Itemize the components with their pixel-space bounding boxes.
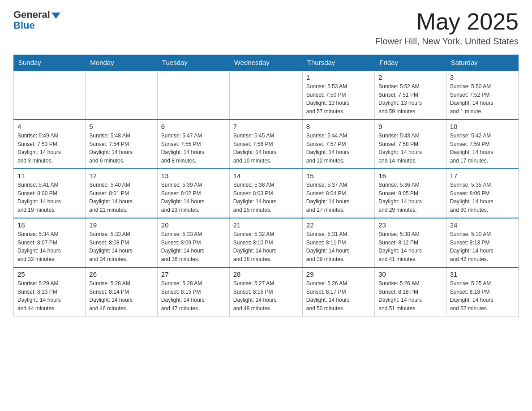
calendar-cell: 29Sunrise: 5:26 AMSunset: 8:17 PMDayligh… [302,267,374,317]
calendar-table: SundayMondayTuesdayWednesdayThursdayFrid… [13,55,519,317]
logo-general-text: General [13,9,50,21]
calendar-cell: 22Sunrise: 5:31 AMSunset: 8:11 PMDayligh… [302,218,374,267]
day-info: Sunrise: 5:47 AMSunset: 7:55 PMDaylight:… [161,132,226,165]
day-number: 12 [89,172,154,180]
calendar-header-tuesday: Tuesday [157,55,229,71]
day-info: Sunrise: 5:50 AMSunset: 7:52 PMDaylight:… [450,82,515,116]
day-info: Sunrise: 5:40 AMSunset: 8:01 PMDaylight:… [89,181,154,214]
calendar-cell: 31Sunrise: 5:25 AMSunset: 8:18 PMDayligh… [446,267,518,317]
calendar-cell: 12Sunrise: 5:40 AMSunset: 8:01 PMDayligh… [86,169,158,218]
day-info: Sunrise: 5:27 AMSunset: 8:16 PMDaylight:… [233,279,299,313]
calendar-cell: 7Sunrise: 5:45 AMSunset: 7:56 PMDaylight… [229,120,302,169]
calendar-cell: 27Sunrise: 5:28 AMSunset: 8:15 PMDayligh… [157,267,229,317]
day-number: 15 [306,172,371,180]
week-row-3: 11Sunrise: 5:41 AMSunset: 8:00 PMDayligh… [14,169,519,218]
month-title: May 2025 [375,9,519,34]
day-number: 23 [378,221,442,229]
day-number: 7 [233,123,299,130]
day-info: Sunrise: 5:41 AMSunset: 8:00 PMDaylight:… [17,181,82,214]
logo-arrow-icon [51,13,60,19]
day-number: 13 [161,172,226,180]
calendar-cell: 20Sunrise: 5:33 AMSunset: 8:09 PMDayligh… [157,218,229,267]
calendar-cell: 23Sunrise: 5:30 AMSunset: 8:12 PMDayligh… [375,218,446,267]
day-number: 18 [17,221,82,229]
day-info: Sunrise: 5:29 AMSunset: 8:13 PMDaylight:… [17,279,82,313]
day-info: Sunrise: 5:39 AMSunset: 8:02 PMDaylight:… [161,181,226,214]
day-number: 11 [17,172,82,180]
calendar-header-wednesday: Wednesday [229,55,302,71]
day-info: Sunrise: 5:45 AMSunset: 7:56 PMDaylight:… [233,132,299,165]
calendar-cell: 30Sunrise: 5:26 AMSunset: 8:18 PMDayligh… [375,267,446,317]
logo: General Blue [13,9,60,31]
day-info: Sunrise: 5:36 AMSunset: 8:05 PMDaylight:… [378,181,442,214]
day-info: Sunrise: 5:52 AMSunset: 7:51 PMDaylight:… [378,82,442,116]
calendar-cell: 14Sunrise: 5:38 AMSunset: 8:03 PMDayligh… [229,169,302,218]
day-info: Sunrise: 5:35 AMSunset: 8:06 PMDaylight:… [450,181,515,214]
calendar-cell: 2Sunrise: 5:52 AMSunset: 7:51 PMDaylight… [375,70,446,120]
calendar-cell: 25Sunrise: 5:29 AMSunset: 8:13 PMDayligh… [14,267,86,317]
calendar-header-thursday: Thursday [302,55,374,71]
page-header: General Blue May 2025 Flower Hill, New Y… [13,9,519,47]
calendar-header-saturday: Saturday [446,55,518,71]
day-number: 3 [450,73,515,81]
day-number: 16 [378,172,442,180]
calendar-cell [86,70,158,120]
day-info: Sunrise: 5:33 AMSunset: 8:08 PMDaylight:… [89,230,154,263]
day-info: Sunrise: 5:30 AMSunset: 8:13 PMDaylight:… [450,230,515,263]
day-info: Sunrise: 5:48 AMSunset: 7:54 PMDaylight:… [89,132,154,165]
day-info: Sunrise: 5:31 AMSunset: 8:11 PMDaylight:… [306,230,371,263]
calendar-header-monday: Monday [86,55,158,71]
calendar-header-row: SundayMondayTuesdayWednesdayThursdayFrid… [14,55,519,71]
day-info: Sunrise: 5:26 AMSunset: 8:17 PMDaylight:… [306,279,371,313]
day-number: 10 [450,123,515,130]
calendar-cell: 28Sunrise: 5:27 AMSunset: 8:16 PMDayligh… [229,267,302,317]
day-info: Sunrise: 5:28 AMSunset: 8:15 PMDaylight:… [161,279,226,313]
day-info: Sunrise: 5:44 AMSunset: 7:57 PMDaylight:… [306,132,371,165]
week-row-2: 4Sunrise: 5:49 AMSunset: 7:53 PMDaylight… [14,120,519,169]
calendar-cell: 6Sunrise: 5:47 AMSunset: 7:55 PMDaylight… [157,120,229,169]
calendar-cell: 13Sunrise: 5:39 AMSunset: 8:02 PMDayligh… [157,169,229,218]
day-info: Sunrise: 5:38 AMSunset: 8:03 PMDaylight:… [233,181,299,214]
day-number: 21 [233,221,299,229]
day-info: Sunrise: 5:53 AMSunset: 7:50 PMDaylight:… [306,82,371,116]
day-number: 31 [450,270,515,278]
logo-blue-text: Blue [13,20,35,31]
day-info: Sunrise: 5:26 AMSunset: 8:18 PMDaylight:… [378,279,442,313]
day-number: 4 [17,123,82,130]
day-number: 14 [233,172,299,180]
day-info: Sunrise: 5:37 AMSunset: 8:04 PMDaylight:… [306,181,371,214]
day-number: 5 [89,123,154,130]
day-info: Sunrise: 5:33 AMSunset: 8:09 PMDaylight:… [161,230,226,263]
calendar-cell: 24Sunrise: 5:30 AMSunset: 8:13 PMDayligh… [446,218,518,267]
day-info: Sunrise: 5:25 AMSunset: 8:18 PMDaylight:… [450,279,515,313]
day-info: Sunrise: 5:42 AMSunset: 7:59 PMDaylight:… [450,132,515,165]
day-info: Sunrise: 5:32 AMSunset: 8:10 PMDaylight:… [233,230,299,263]
calendar-cell: 18Sunrise: 5:34 AMSunset: 8:07 PMDayligh… [14,218,86,267]
calendar-cell: 8Sunrise: 5:44 AMSunset: 7:57 PMDaylight… [302,120,374,169]
day-number: 20 [161,221,226,229]
calendar-cell: 26Sunrise: 5:28 AMSunset: 8:14 PMDayligh… [86,267,158,317]
day-number: 2 [378,73,442,81]
calendar-cell [157,70,229,120]
calendar-cell: 1Sunrise: 5:53 AMSunset: 7:50 PMDaylight… [302,70,374,120]
day-number: 29 [306,270,371,278]
day-info: Sunrise: 5:49 AMSunset: 7:53 PMDaylight:… [17,132,82,165]
day-info: Sunrise: 5:30 AMSunset: 8:12 PMDaylight:… [378,230,442,263]
day-number: 25 [17,270,82,278]
day-info: Sunrise: 5:28 AMSunset: 8:14 PMDaylight:… [89,279,154,313]
day-number: 1 [306,73,371,81]
calendar-cell: 21Sunrise: 5:32 AMSunset: 8:10 PMDayligh… [229,218,302,267]
calendar-cell: 15Sunrise: 5:37 AMSunset: 8:04 PMDayligh… [302,169,374,218]
day-number: 19 [89,221,154,229]
location-label: Flower Hill, New York, United States [375,36,519,47]
day-number: 30 [378,270,442,278]
calendar-cell: 3Sunrise: 5:50 AMSunset: 7:52 PMDaylight… [446,70,518,120]
calendar-cell: 17Sunrise: 5:35 AMSunset: 8:06 PMDayligh… [446,169,518,218]
day-info: Sunrise: 5:43 AMSunset: 7:58 PMDaylight:… [378,132,442,165]
calendar-cell: 16Sunrise: 5:36 AMSunset: 8:05 PMDayligh… [375,169,446,218]
day-number: 9 [378,123,442,130]
day-number: 27 [161,270,226,278]
calendar-header-sunday: Sunday [14,55,86,71]
day-number: 22 [306,221,371,229]
day-number: 26 [89,270,154,278]
